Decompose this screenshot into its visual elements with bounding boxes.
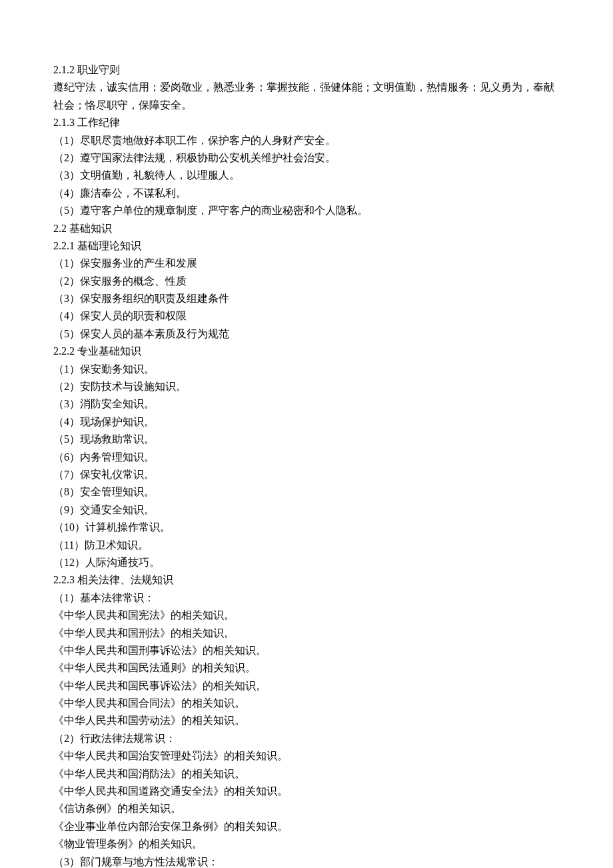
text-line: （3）保安服务组织的职责及组建条件	[53, 290, 560, 307]
text-line: （4）廉洁奉公，不谋私利。	[53, 185, 560, 202]
text-line: 2.2 基础知识	[53, 220, 560, 237]
text-line: 《企业事业单位内部治安保卫条例》的相关知识。	[53, 818, 560, 835]
text-line: 《中华人民共和国刑法》的相关知识。	[53, 625, 560, 642]
text-line: 2.1.3 工作纪律	[53, 114, 560, 131]
text-line: （2）保安服务的概念、性质	[53, 273, 560, 290]
text-line: （1）保安勤务知识。	[53, 361, 560, 378]
document-body: 2.1.2 职业守则 遵纪守法，诚实信用；爱岗敬业，熟悉业务；掌握技能，强健体能…	[53, 61, 560, 868]
text-line: 《中华人民共和国民事诉讼法》的相关知识。	[53, 677, 560, 695]
text-line: （1）尽职尽责地做好本职工作，保护客户的人身财产安全。	[53, 132, 560, 149]
text-line: 《中华人民共和国消防法》的相关知识。	[53, 765, 560, 783]
text-line: （9）交通安全知识。	[53, 501, 560, 519]
text-line: 《中华人民共和国民法通则》的相关知识。	[53, 659, 560, 677]
text-line: 《物业管理条例》的相关知识。	[53, 835, 560, 853]
text-line: 《中华人民共和国治安管理处罚法》的相关知识。	[53, 747, 560, 765]
text-line: 《中华人民共和国道路交通安全法》的相关知识。	[53, 783, 560, 800]
text-line: （2）安防技术与设施知识。	[53, 378, 560, 395]
text-line: （5）遵守客户单位的规章制度，严守客户的商业秘密和个人隐私。	[53, 202, 560, 219]
text-line: 《信访条例》的相关知识。	[53, 800, 560, 817]
text-line: （11）防卫术知识。	[53, 537, 560, 554]
text-line: （1）基本法律常识：	[53, 589, 560, 607]
text-line: （5）保安人员的基本素质及行为规范	[53, 325, 560, 343]
text-line: （7）保安礼仪常识。	[53, 466, 560, 483]
text-line: 《中华人民共和国宪法》的相关知识。	[53, 607, 560, 624]
text-line: （4）保安人员的职责和权限	[53, 307, 560, 325]
text-line: （1）保安服务业的产生和发展	[53, 255, 560, 272]
text-line: （5）现场救助常识。	[53, 431, 560, 448]
text-line: （3）消防安全知识。	[53, 395, 560, 413]
text-line: 2.1.2 职业守则	[53, 61, 560, 79]
text-line: （6）内务管理知识。	[53, 449, 560, 466]
text-line: （3）部门规章与地方性法规常识：	[53, 853, 560, 868]
text-line: （2）行政法律法规常识：	[53, 730, 560, 747]
text-line: 遵纪守法，诚实信用；爱岗敬业，熟悉业务；掌握技能，强健体能；文明值勤，热情服务；…	[53, 79, 560, 114]
text-line: （2）遵守国家法律法规，积极协助公安机关维护社会治安。	[53, 149, 560, 167]
text-line: 2.2.1 基础理论知识	[53, 237, 560, 255]
text-line: 《中华人民共和国劳动法》的相关知识。	[53, 712, 560, 729]
text-line: 《中华人民共和国刑事诉讼法》的相关知识。	[53, 642, 560, 659]
text-line: 《中华人民共和国合同法》的相关知识。	[53, 695, 560, 712]
text-line: （12）人际沟通技巧。	[53, 554, 560, 571]
text-line: （8）安全管理知识。	[53, 483, 560, 501]
text-line: （3）文明值勤，礼貌待人，以理服人。	[53, 167, 560, 184]
text-line: （10）计算机操作常识。	[53, 519, 560, 536]
text-line: （4）现场保护知识。	[53, 413, 560, 431]
text-line: 2.2.3 相关法律、法规知识	[53, 571, 560, 589]
text-line: 2.2.2 专业基础知识	[53, 343, 560, 360]
